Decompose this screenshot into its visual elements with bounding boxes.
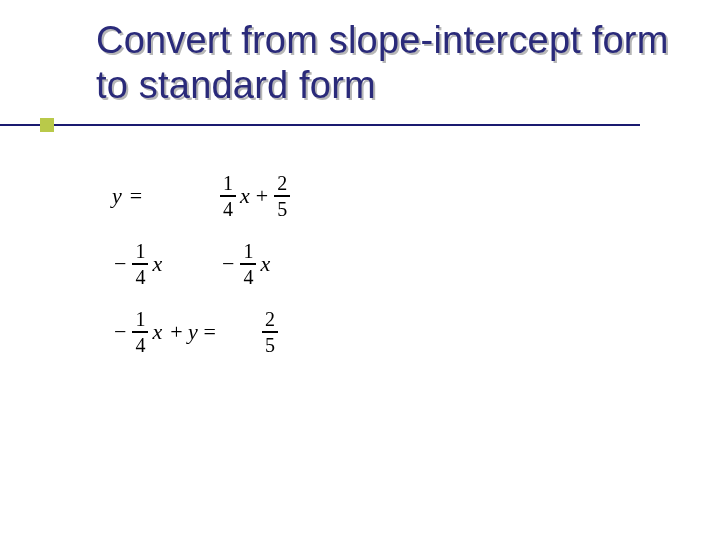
equation-block: y = 1 4 x + 2 5 − 1 4 x <box>110 168 292 372</box>
numerator: 1 <box>220 173 236 193</box>
variable: x <box>152 251 162 277</box>
fraction-bar <box>132 263 148 265</box>
suffix: + y = <box>170 319 216 345</box>
variable: x <box>260 251 270 277</box>
denominator: 4 <box>220 199 236 219</box>
variable: y <box>112 183 122 209</box>
equation-left: − 1 4 x <box>110 241 218 287</box>
horizontal-rule <box>0 124 640 126</box>
numerator: 1 <box>132 309 148 329</box>
numerator: 2 <box>274 173 290 193</box>
equation-left: y = <box>110 183 218 209</box>
fraction: 1 4 <box>220 173 236 219</box>
denominator: 4 <box>240 267 256 287</box>
sign: − <box>114 319 126 345</box>
fraction: 1 4 <box>132 309 148 355</box>
accent-square-icon <box>40 118 54 132</box>
fraction-bar <box>240 263 256 265</box>
fraction-bar <box>274 195 290 197</box>
numerator: 1 <box>132 241 148 261</box>
fraction: 2 5 <box>262 309 278 355</box>
fraction: 1 4 <box>132 241 148 287</box>
fraction: 2 5 <box>274 173 290 219</box>
operator: + <box>256 183 268 209</box>
equation-row: − 1 4 x − 1 4 x <box>110 236 292 292</box>
fraction-bar <box>220 195 236 197</box>
sign: − <box>222 251 234 277</box>
variable: x <box>152 319 162 345</box>
equation-right: 1 4 x + 2 5 <box>218 173 292 219</box>
fraction-bar <box>132 331 148 333</box>
denominator: 4 <box>132 335 148 355</box>
numerator: 1 <box>240 241 256 261</box>
variable: x <box>240 183 250 209</box>
fraction: 1 4 <box>240 241 256 287</box>
denominator: 5 <box>274 199 290 219</box>
equation-left: − 1 4 x + y = <box>110 309 260 355</box>
equation-row: − 1 4 x + y = 2 5 <box>110 304 292 360</box>
equation-right: − 1 4 x <box>218 241 272 287</box>
equals: = <box>130 183 142 209</box>
equation-row: y = 1 4 x + 2 5 <box>110 168 292 224</box>
title-main: Convert from slope-intercept form to sta… <box>96 18 680 108</box>
numerator: 2 <box>262 309 278 329</box>
sign: − <box>114 251 126 277</box>
slide-title: Convert from slope-intercept form to sta… <box>96 18 680 108</box>
denominator: 5 <box>262 335 278 355</box>
title-underline <box>0 124 720 126</box>
equation-right: 2 5 <box>260 309 280 355</box>
denominator: 4 <box>132 267 148 287</box>
fraction-bar <box>262 331 278 333</box>
